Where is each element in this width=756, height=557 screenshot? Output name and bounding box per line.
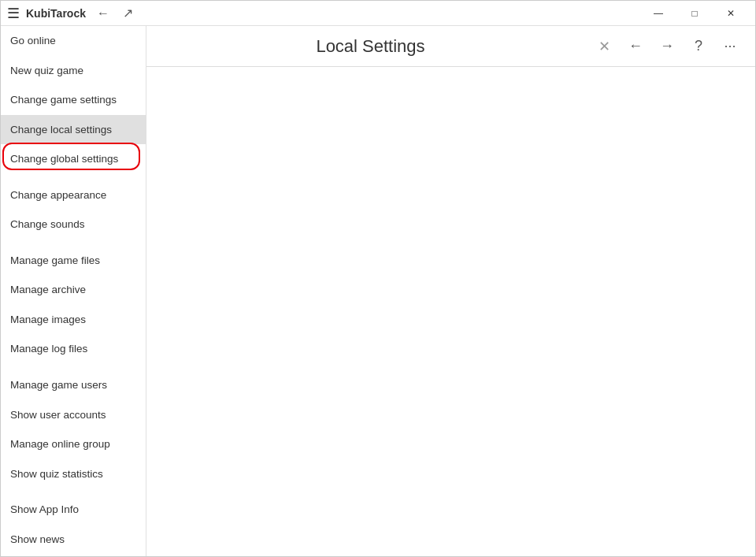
content-area: Local Settings ✕ ← → ? ··· Tricks: 0 (146, 26, 755, 556)
maximize-restore-button[interactable]: ↗ (117, 2, 139, 24)
hamburger-menu-icon[interactable]: ☰ (7, 5, 20, 22)
sidebar-item-show-tutorials[interactable]: Show tutorials (1, 554, 146, 556)
sidebar-item-new-quiz-game[interactable]: New quiz game (1, 56, 146, 86)
sidebar-item-manage-archive[interactable]: Manage archive (1, 275, 146, 305)
app-window: ☰ KubiTarock ← ↗ — □ ✕ Go online New qui… (0, 0, 756, 557)
sidebar-item-change-local-settings[interactable]: Change local settings (1, 115, 146, 145)
sidebar-item-manage-game-files[interactable]: Manage game files (1, 246, 146, 276)
topbar-actions: ✕ ← → ? ··· (591, 34, 743, 59)
topbar-help-icon[interactable]: ? (686, 34, 711, 59)
titlebar-nav: ← ↗ (92, 2, 139, 24)
sidebar: Go online New quiz game Change game sett… (1, 26, 146, 556)
sidebar-item-manage-images[interactable]: Manage images (1, 305, 146, 335)
sidebar-item-change-game-settings[interactable]: Change game settings (1, 85, 146, 115)
titlebar: ☰ KubiTarock ← ↗ — □ ✕ (1, 1, 755, 26)
back-button[interactable]: ← (92, 2, 114, 24)
close-button[interactable]: ✕ (713, 1, 749, 26)
window-controls: — □ ✕ (640, 1, 749, 26)
topbar-forward-icon[interactable]: → (654, 34, 680, 59)
sidebar-item-manage-game-users[interactable]: Manage game users (1, 370, 146, 400)
titlebar-left: ☰ KubiTarock ← ↗ (7, 2, 640, 24)
minimize-button[interactable]: — (640, 1, 676, 26)
sidebar-item-manage-log-files[interactable]: Manage log files (1, 334, 146, 364)
sidebar-item-show-news[interactable]: Show news (1, 525, 146, 555)
topbar-back-icon[interactable]: ← (623, 34, 648, 59)
topbar-more-icon[interactable]: ··· (717, 34, 743, 59)
app-title: KubiTarock (26, 7, 86, 20)
sidebar-item-manage-online-group[interactable]: Manage online group (1, 429, 146, 459)
sidebar-item-change-appearance[interactable]: Change appearance (1, 180, 146, 210)
sidebar-item-change-sounds[interactable]: Change sounds (1, 210, 146, 240)
topbar-close-icon[interactable]: ✕ (591, 34, 617, 59)
sidebar-item-change-global-settings[interactable]: Change global settings (1, 144, 146, 174)
main-area: Go online New quiz game Change game sett… (1, 26, 755, 556)
sidebar-item-show-app-info[interactable]: Show App Info (1, 495, 146, 525)
sidebar-item-go-online[interactable]: Go online (1, 26, 146, 56)
page-title: Local Settings (159, 36, 582, 57)
sidebar-item-show-quiz-statistics[interactable]: Show quiz statistics (1, 459, 146, 489)
game-topbar: Local Settings ✕ ← → ? ··· (146, 26, 755, 67)
maximize-button[interactable]: □ (676, 1, 713, 26)
sidebar-item-show-user-accounts[interactable]: Show user accounts (1, 400, 146, 430)
